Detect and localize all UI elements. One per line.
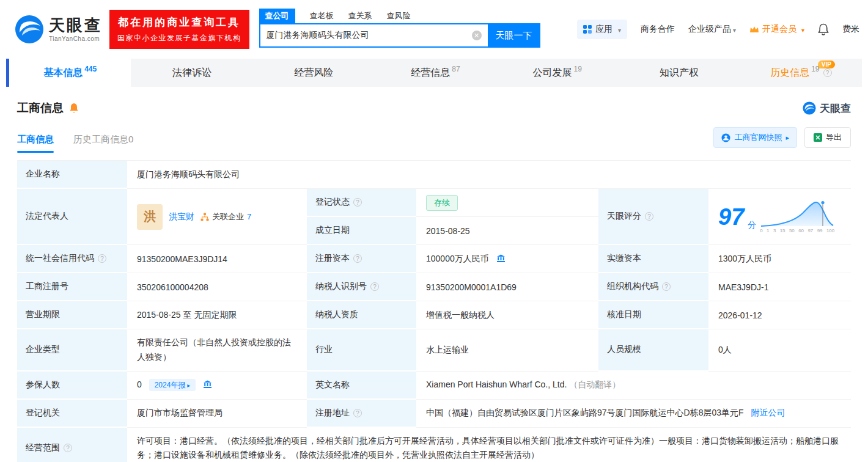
enterprise-products-label: 企业级产品 — [688, 24, 731, 35]
field-value-company-type: 有限责任公司（非自然人投资或控股的法人独资） — [127, 329, 307, 372]
tab-intellectual-property[interactable]: 知识产权 — [618, 59, 740, 87]
apps-menu[interactable]: 应用 — [577, 20, 627, 39]
promo-banner: 都在用的商业查询工具 国家中小企业发展子基金旗下机构 — [109, 10, 249, 49]
legal-rep-name-link[interactable]: 洪宝财 — [169, 211, 194, 222]
field-label-company-type: 企业类型 — [17, 329, 127, 372]
logo-title: 天眼查 — [49, 17, 102, 33]
tab-label: 经营信息 — [411, 67, 450, 79]
chevron-down-icon — [731, 24, 736, 34]
related-companies-link[interactable]: 关联企业 7 — [200, 211, 251, 222]
tab-legal-litigation[interactable]: 法律诉讼 — [131, 59, 252, 87]
help-icon[interactable] — [353, 254, 362, 263]
field-label-credit-code: 统一社会信用代码 — [17, 245, 127, 273]
notification-bell-icon[interactable] — [818, 23, 829, 35]
field-value-industry: 水上运输业 — [416, 329, 598, 372]
field-value-reg-number: 350206100004208 — [127, 273, 307, 301]
help-icon[interactable] — [98, 254, 106, 263]
enterprise-products-menu[interactable]: 企业级产品 — [688, 24, 736, 35]
nearby-companies-link[interactable]: 附近公司 — [751, 408, 785, 417]
help-icon[interactable] — [662, 282, 671, 291]
business-cooperation-link[interactable]: 商务合作 — [641, 24, 675, 35]
help-icon[interactable] — [823, 68, 832, 77]
help-icon[interactable] — [353, 198, 362, 207]
field-value-taxpayer-quality: 增值税一般纳税人 — [416, 301, 598, 329]
company-nav-tabs: 基本信息 445 法律诉讼 经营风险 经营信息 87 公司发展 19 知识产权 … — [6, 59, 862, 87]
help-icon[interactable] — [353, 409, 362, 417]
field-label-reg-status: 登记状态 — [307, 189, 416, 217]
excel-icon — [814, 133, 822, 142]
badge-person-icon — [721, 133, 730, 142]
subtab-business-info[interactable]: 工商信息 — [17, 134, 54, 153]
help-icon[interactable] — [370, 282, 379, 291]
apps-menu-label: 应用 — [595, 24, 612, 35]
field-value-approval-date: 2026-01-12 — [708, 301, 851, 329]
alert-bell-icon[interactable] — [69, 103, 79, 114]
field-value-reg-authority: 厦门市市场监督管理局 — [127, 400, 307, 428]
clear-icon[interactable] — [472, 31, 482, 40]
capital-track-icon[interactable] — [496, 254, 506, 263]
tab-operating-info[interactable]: 经营信息 87 — [375, 59, 496, 87]
capital-track-icon[interactable] — [203, 380, 212, 389]
score-unit: 分 — [748, 220, 756, 231]
grid-icon — [583, 25, 592, 34]
search-tabs: 查公司 查老板 查关系 查风险 — [259, 9, 540, 23]
search-tab-boss[interactable]: 查老板 — [310, 9, 334, 23]
promo-banner-line1: 都在用的商业查询工具 — [117, 15, 241, 29]
tab-company-development[interactable]: 公司发展 19 — [496, 59, 618, 87]
field-value-address: 中国（福建）自由贸易试验区厦门片区象屿路97号厦门国际航运中心D栋8层03单元F… — [416, 400, 851, 428]
org-chart-icon — [200, 213, 209, 221]
export-label: 导出 — [826, 132, 842, 143]
tab-basic-info[interactable]: 基本信息 445 — [9, 59, 131, 87]
section-header: 工商信息 天眼查 — [17, 100, 851, 116]
tianyancha-logo[interactable]: 天眼查 TianYanCha.com — [15, 15, 102, 44]
legal-rep-avatar[interactable]: 洪 — [137, 204, 163, 230]
help-icon[interactable] — [645, 212, 653, 221]
score-curve-chart — [760, 200, 834, 227]
field-label-reg-authority: 登记机关 — [17, 400, 127, 428]
tab-count: 445 — [84, 65, 97, 73]
subtab-history-business-info[interactable]: 历史工商信息0 — [73, 134, 133, 153]
tyc-score-widget[interactable]: 97 分 — [718, 200, 841, 233]
field-value-staff-size: 0人 — [708, 329, 851, 372]
field-label-english-name: 英文名称 — [307, 372, 416, 400]
search-tab-risk[interactable]: 查风险 — [387, 9, 411, 23]
score-axis-labels: 01 315 5060 9799 100 — [760, 228, 834, 233]
auto-translate-note: （自动翻译） — [569, 380, 620, 389]
tab-operating-risk[interactable]: 经营风险 — [253, 59, 375, 87]
related-companies-count: 7 — [247, 212, 251, 221]
tab-count: 19 — [574, 65, 582, 73]
search-button[interactable]: 天眼一下 — [488, 23, 540, 48]
help-icon[interactable] — [64, 444, 72, 452]
search-tab-relation[interactable]: 查关系 — [348, 9, 372, 23]
tab-label: 基本信息 — [43, 67, 83, 79]
field-value-paid-capital: 1300万人民币 — [708, 245, 851, 273]
chevron-down-icon — [616, 24, 621, 34]
top-header: 天眼查 TianYanCha.com 都在用的商业查询工具 国家中小企业发展子基… — [0, 0, 868, 59]
field-label-address: 注册地址 — [307, 400, 416, 428]
official-snapshot-button[interactable]: 工商官网快照 — [713, 127, 797, 148]
search-input[interactable] — [259, 23, 488, 48]
tianyancha-watermark-icon — [803, 101, 816, 115]
annual-report-badge[interactable]: 2024年报 — [149, 379, 196, 391]
field-value-business-term: 2015-08-25 至 无固定期限 — [127, 301, 307, 329]
user-name[interactable]: 费米 — [842, 24, 859, 35]
field-label-business-term: 营业期限 — [17, 301, 127, 329]
table-row: 法定代表人 洪 洪宝财 关联企业 7 — [17, 189, 851, 217]
field-value-establish-date: 2015-08-25 — [416, 217, 598, 245]
field-label-staff-size: 人员规模 — [598, 329, 708, 372]
field-label-business-scope: 经营范围 — [17, 428, 127, 462]
field-value-legal-rep: 洪 洪宝财 关联企业 7 — [127, 189, 307, 245]
field-label-reg-number: 工商注册号 — [17, 273, 127, 301]
field-label-establish-date: 成立日期 — [307, 217, 416, 245]
table-row: 营业期限 2015-08-25 至 无固定期限 纳税人资质 增值税一般纳税人 核… — [17, 301, 851, 329]
tab-history-info[interactable]: VIP 历史信息 19 — [740, 59, 862, 87]
table-row: 经营范围 许可项目：港口经营。（依法须经批准的项目，经相关部门批准后方可开展经营… — [17, 428, 851, 462]
related-companies-label: 关联企业 — [212, 211, 244, 222]
field-value-credit-code: 91350200MAE3J9DJ14 — [127, 245, 307, 273]
export-button[interactable]: 导出 — [804, 127, 851, 148]
field-label-tyc-score: 天眼评分 — [598, 189, 708, 245]
vip-upgrade-menu[interactable]: 开通会员 — [749, 24, 804, 35]
search-tab-company[interactable]: 查公司 — [259, 9, 295, 23]
field-value-insured-count: 0 2024年报 — [127, 372, 307, 400]
section-title: 工商信息 — [17, 100, 64, 116]
